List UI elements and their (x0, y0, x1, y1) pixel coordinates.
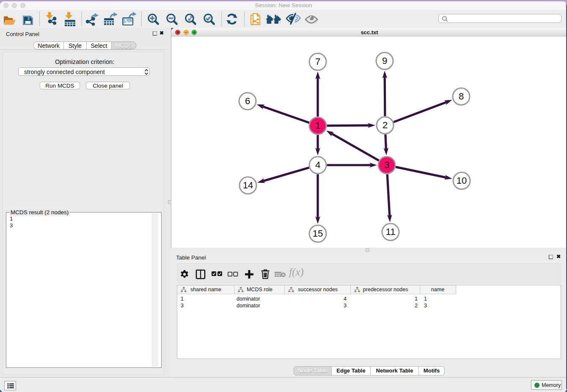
svg-text:15: 15 (313, 228, 323, 239)
svg-text:3: 3 (384, 160, 389, 170)
svg-text:4: 4 (315, 160, 320, 170)
svg-text:9: 9 (382, 55, 387, 66)
svg-text:7: 7 (315, 56, 320, 67)
svg-text:6: 6 (245, 96, 250, 106)
svg-text:10: 10 (457, 175, 467, 186)
svg-text:2: 2 (383, 120, 388, 130)
svg-text:8: 8 (459, 91, 464, 102)
svg-text:1: 1 (315, 120, 320, 131)
svg-text:14: 14 (243, 180, 253, 190)
svg-text:11: 11 (386, 226, 396, 237)
